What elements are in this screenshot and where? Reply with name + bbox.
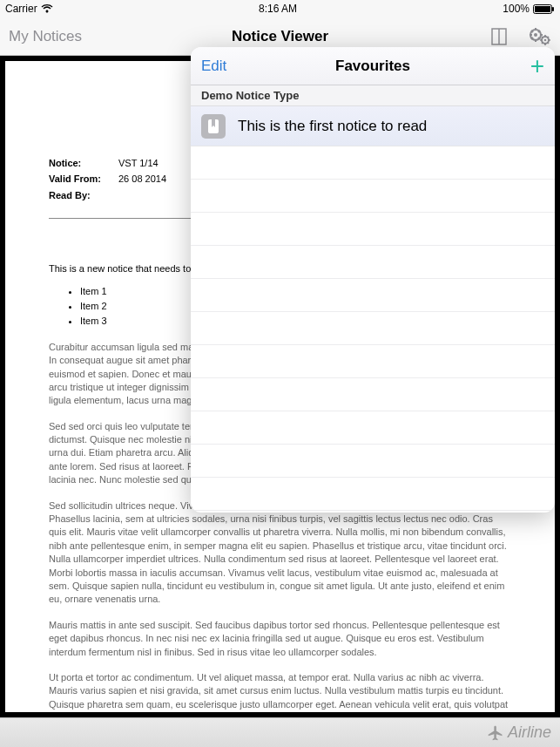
empty-row — [191, 445, 555, 478]
svg-rect-2 — [552, 7, 554, 11]
doc-para: Ut porta et tortor ac condimentum. Ut ve… — [49, 671, 511, 712]
svg-point-6 — [544, 38, 547, 41]
empty-row — [191, 279, 555, 312]
section-header: Demo Notice Type — [191, 85, 555, 106]
back-button[interactable]: My Notices — [9, 28, 82, 45]
meta-valid-value: 26 08 2014 — [118, 173, 166, 186]
empty-row — [191, 411, 555, 445]
bookmarks-icon[interactable] — [489, 27, 509, 46]
doc-para: Mauris mattis in ante sed suscipit. Sed … — [49, 619, 511, 659]
page-title: Notice Viewer — [0, 28, 560, 45]
empty-row — [191, 213, 555, 246]
favourites-popover: Edit Favourites + Demo Notice Type This … — [191, 47, 555, 513]
favourite-title: This is the first notice to read — [238, 118, 427, 135]
edit-button[interactable]: Edit — [201, 58, 226, 75]
status-left: Carrier — [5, 3, 53, 15]
favourites-list[interactable]: This is the first notice to read — [191, 106, 555, 513]
favourite-row[interactable]: This is the first notice to read — [191, 106, 555, 146]
status-right: 100% — [503, 3, 555, 15]
empty-row — [191, 312, 555, 345]
doc-para: Sed sollicitudin ultrices neque. Vivamus… — [49, 499, 511, 607]
empty-row — [191, 246, 555, 279]
empty-row — [191, 478, 555, 511]
brand-text: Airline — [508, 723, 551, 742]
popover-header: Edit Favourites + — [191, 47, 555, 85]
bookmark-icon — [201, 114, 226, 139]
meta-notice-label: Notice: — [49, 157, 118, 170]
status-time: 8:16 AM — [259, 3, 297, 15]
svg-point-4 — [534, 33, 537, 37]
carrier-label: Carrier — [5, 3, 37, 15]
popover-title: Favourites — [191, 58, 555, 75]
svg-rect-1 — [535, 6, 550, 12]
meta-readby-label: Read By: — [49, 189, 118, 202]
battery-percent: 100% — [503, 3, 530, 15]
battery-icon — [533, 4, 555, 14]
bottom-bar: Airline — [0, 717, 560, 747]
empty-row — [191, 378, 555, 411]
status-bar: Carrier 8:16 AM 100% — [0, 0, 560, 17]
airplane-icon — [487, 724, 504, 742]
meta-notice-value: VST 1/14 — [118, 157, 159, 170]
empty-row — [191, 345, 555, 378]
empty-row — [191, 180, 555, 213]
add-button[interactable]: + — [530, 54, 544, 78]
wifi-icon — [41, 4, 53, 13]
settings-icon[interactable] — [529, 28, 551, 45]
empty-row — [191, 146, 555, 180]
meta-valid-label: Valid From: — [49, 173, 118, 186]
brand-logo: Airline — [487, 723, 551, 742]
